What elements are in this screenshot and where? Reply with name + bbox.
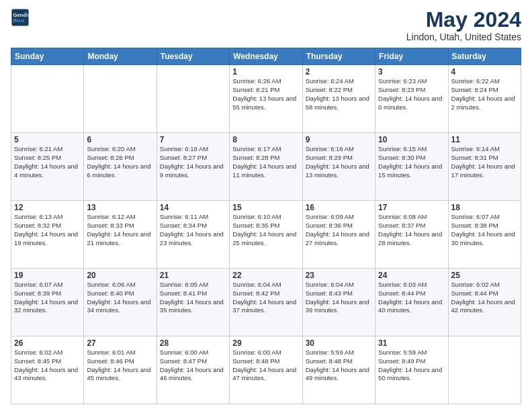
col-wednesday: Wednesday <box>230 48 302 65</box>
day-info: Sunrise: 6:26 AMSunset: 8:21 PMDaylight:… <box>232 77 299 111</box>
calendar-cell: 24 Sunrise: 6:03 AMSunset: 8:44 PMDaylig… <box>375 269 448 336</box>
calendar-cell: 7 Sunrise: 6:18 AMSunset: 8:27 PMDayligh… <box>157 133 229 201</box>
day-number: 21 <box>160 271 226 280</box>
logo-icon: General Blue <box>11 8 30 27</box>
day-info: Sunrise: 6:06 AMSunset: 8:40 PMDaylight:… <box>87 281 153 315</box>
day-info: Sunrise: 6:00 AMSunset: 8:47 PMDaylight:… <box>160 349 226 383</box>
day-info: Sunrise: 6:05 AMSunset: 8:41 PMDaylight:… <box>160 281 226 315</box>
day-info: Sunrise: 6:16 AMSunset: 8:29 PMDaylight:… <box>306 145 372 179</box>
day-info: Sunrise: 6:14 AMSunset: 8:31 PMDaylight:… <box>451 145 518 179</box>
calendar-cell: 2 Sunrise: 6:24 AMSunset: 8:22 PMDayligh… <box>302 65 375 133</box>
day-number: 17 <box>378 203 445 212</box>
day-info: Sunrise: 6:07 AMSunset: 8:38 PMDaylight:… <box>451 213 518 247</box>
calendar-cell: 12 Sunrise: 6:13 AMSunset: 8:32 PMDaylig… <box>11 201 84 269</box>
calendar-cell <box>157 65 229 133</box>
calendar-cell: 29 Sunrise: 6:00 AMSunset: 8:48 PMDaylig… <box>230 336 302 404</box>
day-number: 11 <box>451 135 518 144</box>
day-info: Sunrise: 5:59 AMSunset: 8:48 PMDaylight:… <box>306 349 372 383</box>
day-info: Sunrise: 6:12 AMSunset: 8:33 PMDaylight:… <box>87 213 153 247</box>
day-info: Sunrise: 6:07 AMSunset: 8:39 PMDaylight:… <box>14 281 81 315</box>
calendar-cell: 11 Sunrise: 6:14 AMSunset: 8:31 PMDaylig… <box>448 133 521 201</box>
day-number: 1 <box>232 67 299 77</box>
col-sunday: Sunday <box>11 48 84 65</box>
day-info: Sunrise: 5:59 AMSunset: 8:49 PMDaylight:… <box>378 349 445 383</box>
day-number: 28 <box>160 338 226 348</box>
day-number: 27 <box>87 338 153 348</box>
day-number: 24 <box>378 271 445 280</box>
day-number: 3 <box>378 67 445 77</box>
day-number: 4 <box>451 67 518 77</box>
day-number: 20 <box>87 271 153 280</box>
day-info: Sunrise: 6:02 AMSunset: 8:45 PMDaylight:… <box>14 349 81 383</box>
day-number: 22 <box>232 271 299 280</box>
day-number: 5 <box>14 135 81 144</box>
col-tuesday: Tuesday <box>157 48 229 65</box>
day-info: Sunrise: 6:17 AMSunset: 8:28 PMDaylight:… <box>232 145 299 179</box>
day-info: Sunrise: 6:08 AMSunset: 8:37 PMDaylight:… <box>378 213 445 247</box>
calendar-cell: 15 Sunrise: 6:10 AMSunset: 8:35 PMDaylig… <box>230 201 302 269</box>
col-thursday: Thursday <box>302 48 375 65</box>
day-number: 30 <box>306 338 372 348</box>
day-number: 12 <box>14 203 81 212</box>
day-info: Sunrise: 6:22 AMSunset: 8:24 PMDaylight:… <box>451 77 518 111</box>
logo: General Blue <box>11 8 30 27</box>
day-info: Sunrise: 6:11 AMSunset: 8:34 PMDaylight:… <box>160 213 226 247</box>
day-info: Sunrise: 6:13 AMSunset: 8:32 PMDaylight:… <box>14 213 81 247</box>
day-number: 10 <box>378 135 445 144</box>
calendar-cell: 17 Sunrise: 6:08 AMSunset: 8:37 PMDaylig… <box>375 201 448 269</box>
day-number: 14 <box>160 203 226 212</box>
calendar-cell: 18 Sunrise: 6:07 AMSunset: 8:38 PMDaylig… <box>448 201 521 269</box>
calendar-cell: 3 Sunrise: 6:23 AMSunset: 8:23 PMDayligh… <box>375 65 448 133</box>
day-info: Sunrise: 6:10 AMSunset: 8:35 PMDaylight:… <box>232 213 299 247</box>
day-info: Sunrise: 6:23 AMSunset: 8:23 PMDaylight:… <box>378 77 445 111</box>
calendar-cell: 22 Sunrise: 6:04 AMSunset: 8:42 PMDaylig… <box>230 269 302 336</box>
day-number: 6 <box>87 135 153 144</box>
calendar-cell: 30 Sunrise: 5:59 AMSunset: 8:48 PMDaylig… <box>302 336 375 404</box>
calendar-cell: 9 Sunrise: 6:16 AMSunset: 8:29 PMDayligh… <box>302 133 375 201</box>
day-info: Sunrise: 6:02 AMSunset: 8:44 PMDaylight:… <box>451 281 518 315</box>
calendar-table: Sunday Monday Tuesday Wednesday Thursday… <box>11 48 521 404</box>
day-number: 13 <box>87 203 153 212</box>
calendar-cell: 25 Sunrise: 6:02 AMSunset: 8:44 PMDaylig… <box>448 269 521 336</box>
svg-text:Blue: Blue <box>13 17 25 24</box>
calendar-cell: 10 Sunrise: 6:15 AMSunset: 8:30 PMDaylig… <box>375 133 448 201</box>
day-number: 9 <box>306 135 372 144</box>
day-info: Sunrise: 6:04 AMSunset: 8:43 PMDaylight:… <box>306 281 372 315</box>
calendar-cell: 4 Sunrise: 6:22 AMSunset: 8:24 PMDayligh… <box>448 65 521 133</box>
day-info: Sunrise: 6:18 AMSunset: 8:27 PMDaylight:… <box>160 145 226 179</box>
day-number: 23 <box>306 271 372 280</box>
day-number: 16 <box>306 203 372 212</box>
calendar-cell: 23 Sunrise: 6:04 AMSunset: 8:43 PMDaylig… <box>302 269 375 336</box>
day-info: Sunrise: 6:09 AMSunset: 8:36 PMDaylight:… <box>306 213 372 247</box>
calendar-cell: 1 Sunrise: 6:26 AMSunset: 8:21 PMDayligh… <box>230 65 302 133</box>
col-saturday: Saturday <box>448 48 521 65</box>
calendar-cell: 21 Sunrise: 6:05 AMSunset: 8:41 PMDaylig… <box>157 269 229 336</box>
col-friday: Friday <box>375 48 448 65</box>
title-block: May 2024 Lindon, Utah, United States <box>406 8 521 42</box>
month-title: May 2024 <box>406 8 521 32</box>
day-number: 25 <box>451 271 518 280</box>
calendar-cell <box>84 65 157 133</box>
day-number: 18 <box>451 203 518 212</box>
svg-text:General: General <box>13 12 30 18</box>
calendar-cell: 13 Sunrise: 6:12 AMSunset: 8:33 PMDaylig… <box>84 201 157 269</box>
calendar-cell: 16 Sunrise: 6:09 AMSunset: 8:36 PMDaylig… <box>302 201 375 269</box>
calendar-cell <box>11 65 84 133</box>
day-info: Sunrise: 6:24 AMSunset: 8:22 PMDaylight:… <box>306 77 372 111</box>
day-info: Sunrise: 6:04 AMSunset: 8:42 PMDaylight:… <box>232 281 299 315</box>
day-number: 26 <box>14 338 81 348</box>
day-number: 15 <box>232 203 299 212</box>
day-info: Sunrise: 6:15 AMSunset: 8:30 PMDaylight:… <box>378 145 445 179</box>
calendar-cell: 26 Sunrise: 6:02 AMSunset: 8:45 PMDaylig… <box>11 336 84 404</box>
day-info: Sunrise: 6:20 AMSunset: 8:26 PMDaylight:… <box>87 145 153 179</box>
calendar-cell: 6 Sunrise: 6:20 AMSunset: 8:26 PMDayligh… <box>84 133 157 201</box>
calendar-cell: 20 Sunrise: 6:06 AMSunset: 8:40 PMDaylig… <box>84 269 157 336</box>
day-info: Sunrise: 6:00 AMSunset: 8:48 PMDaylight:… <box>232 349 299 383</box>
day-info: Sunrise: 6:21 AMSunset: 8:25 PMDaylight:… <box>14 145 81 179</box>
day-number: 2 <box>306 67 372 77</box>
calendar-cell: 5 Sunrise: 6:21 AMSunset: 8:25 PMDayligh… <box>11 133 84 201</box>
calendar-cell: 31 Sunrise: 5:59 AMSunset: 8:49 PMDaylig… <box>375 336 448 404</box>
day-number: 31 <box>378 338 445 348</box>
day-number: 8 <box>232 135 299 144</box>
day-info: Sunrise: 6:03 AMSunset: 8:44 PMDaylight:… <box>378 281 445 315</box>
